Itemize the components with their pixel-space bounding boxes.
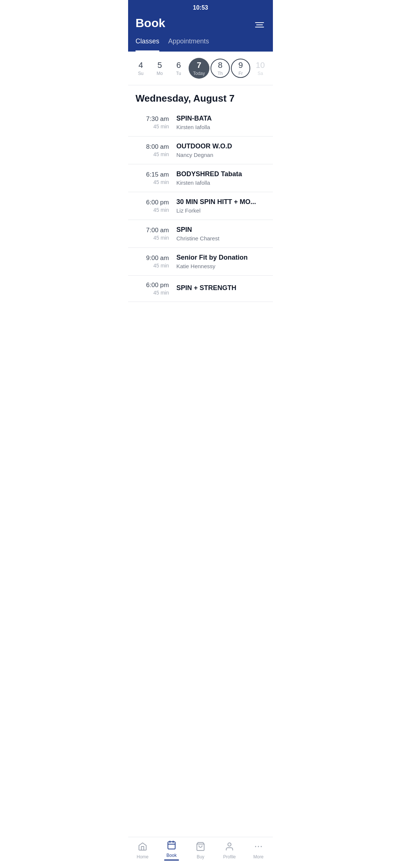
calendar-day-5[interactable]: 5 Mo: [151, 57, 169, 79]
page-title: Book: [136, 16, 165, 33]
class-info: SPIN-BATA Kirsten Iafolla: [176, 115, 265, 130]
class-time: 7:00 am 45 min: [136, 227, 169, 241]
list-item[interactable]: 7:30 am 45 min SPIN-BATA Kirsten Iafolla: [128, 109, 273, 137]
calendar-day-9[interactable]: 9 Fr: [231, 59, 250, 78]
list-item[interactable]: 6:00 pm 45 min SPIN + STRENGTH: [128, 276, 273, 302]
calendar-strip: 4 Su 5 Mo 6 Tu 7 Today 8 Th 9 Fr 10 Sa: [128, 52, 273, 85]
list-item[interactable]: 6:00 pm 45 min 30 MIN SPIN HITT + MO... …: [128, 192, 273, 220]
calendar-day-4[interactable]: 4 Su: [132, 57, 150, 79]
tab-classes[interactable]: Classes: [136, 33, 159, 52]
tab-appointments[interactable]: Appointments: [168, 33, 209, 52]
date-heading: Wednesday, August 7: [128, 85, 273, 109]
class-time: 6:00 pm 45 min: [136, 282, 169, 296]
tab-bar: Classes Appointments: [128, 33, 273, 52]
calendar-day-7-today[interactable]: 7 Today: [189, 58, 209, 79]
calendar-day-10[interactable]: 10 Sa: [251, 57, 269, 79]
class-info: SPIN Christine Charest: [176, 226, 265, 241]
filter-button[interactable]: [254, 21, 265, 29]
list-item[interactable]: 6:15 am 45 min BODYSHRED Tabata Kirsten …: [128, 164, 273, 192]
class-time: 6:15 am 45 min: [136, 171, 169, 185]
class-time: 7:30 am 45 min: [136, 115, 169, 129]
class-info: Senior Fit by Donation Katie Hennessy: [176, 254, 265, 269]
list-item[interactable]: 7:00 am 45 min SPIN Christine Charest: [128, 220, 273, 248]
status-time: 10:53: [193, 4, 208, 11]
calendar-day-8[interactable]: 8 Th: [211, 59, 230, 78]
class-time: 6:00 pm 45 min: [136, 199, 169, 213]
status-bar: 10:53: [128, 0, 273, 13]
class-info: BODYSHRED Tabata Kirsten Iafolla: [176, 170, 265, 186]
class-time: 9:00 am 45 min: [136, 254, 169, 269]
class-time: 8:00 am 45 min: [136, 143, 169, 157]
calendar-day-6[interactable]: 6 Tu: [170, 57, 188, 79]
class-info: SPIN + STRENGTH: [176, 284, 265, 293]
content-area: Wednesday, August 7 7:30 am 45 min SPIN-…: [128, 85, 273, 335]
class-info: 30 MIN SPIN HITT + MO... Liz Forkel: [176, 198, 265, 214]
class-info: OUTDOOR W.O.D Nancy Degnan: [176, 142, 265, 158]
list-item[interactable]: 9:00 am 45 min Senior Fit by Donation Ka…: [128, 248, 273, 276]
list-item[interactable]: 8:00 am 45 min OUTDOOR W.O.D Nancy Degna…: [128, 137, 273, 164]
header: Book: [128, 13, 273, 33]
class-list: 7:30 am 45 min SPIN-BATA Kirsten Iafolla…: [128, 109, 273, 302]
